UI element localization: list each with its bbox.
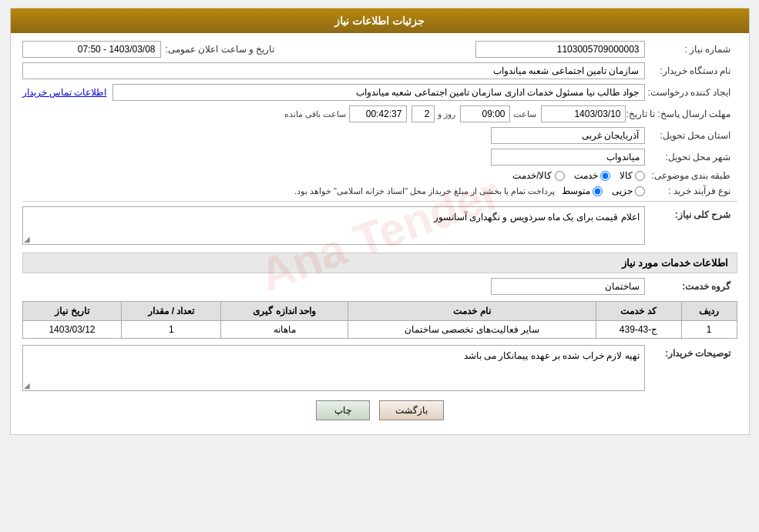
purchase-type-label-jozi: جزیی — [612, 186, 633, 196]
col-service-name: نام خدمت — [348, 302, 596, 321]
purchase-type-label-mottavaset: متوسط — [562, 186, 590, 196]
reply-date-value: 1403/03/10 — [541, 105, 626, 122]
province-label: استان محل تحویل: — [645, 130, 737, 141]
back-button[interactable]: بازگشت — [379, 400, 444, 420]
category-radio-kala[interactable] — [635, 171, 645, 181]
need-number-label: شماره نیاز : — [645, 44, 737, 55]
need-number-value: 1103005709000003 — [475, 41, 645, 58]
province-value: آذربایجان غربی — [491, 127, 645, 144]
reply-deadline-row: مهلت ارسال پاسخ: تا تاریخ: 1403/03/10 سا… — [22, 105, 737, 122]
table-row: 1 ج-43-439 سایر فعالیت‌های تخصصی ساختمان… — [22, 321, 737, 339]
table-header-row: ردیف کد خدمت نام خدمت واحد اندازه گیری ت… — [22, 302, 737, 321]
purchase-type-radio-mottavaset[interactable] — [593, 186, 603, 196]
cell-row-num: 1 — [681, 321, 737, 339]
buyer-desc-label: توصیحات خریدار: — [645, 345, 737, 359]
purchase-type-note: پرداخت تمام یا بخشی از مبلغ خریداز محل "… — [22, 186, 556, 196]
buyer-desc-row: توصیحات خریدار: تهیه لازم خراب شده بر عه… — [22, 345, 737, 391]
main-container: جزئیات اطلاعات نیاز Ana Tender شماره نیا… — [10, 8, 750, 435]
buyer-desc-arrow-icon: ◢ — [24, 381, 30, 390]
reply-days-label: روز و — [438, 109, 455, 119]
purchase-type-row: نوع فرآیند خرید : جزیی متوسط پرداخت تمام… — [22, 186, 737, 196]
buyer-org-row: نام دستگاه خریدار: سازمان تامین اجتماعی … — [22, 62, 737, 79]
contact-link[interactable]: اطلاعات تماس خریدار — [22, 87, 107, 98]
remaining-value: 00:42:37 — [349, 105, 407, 122]
province-row: استان محل تحویل: آذربایجان غربی — [22, 127, 737, 144]
cell-service-code: ج-43-439 — [596, 321, 681, 339]
purchase-type-radio-jozi[interactable] — [635, 186, 645, 196]
cell-quantity: 1 — [122, 321, 221, 339]
print-button[interactable]: چاپ — [316, 400, 370, 420]
service-info-title: اطلاعات خدمات مورد نیاز — [22, 253, 737, 273]
category-row: طبقه بندی موضوعی: کالا خدمت کالا/خدمت — [22, 170, 737, 181]
category-radio-kala-khedmat[interactable] — [555, 171, 565, 181]
buyer-org-label: نام دستگاه خریدار: — [645, 65, 737, 76]
city-label: شهر محل تحویل: — [645, 152, 737, 162]
service-group-label: گروه خدمت: — [645, 281, 737, 292]
col-service-code: کد خدمت — [596, 302, 681, 321]
service-group-value: ساختمان — [491, 278, 645, 295]
need-number-row: شماره نیاز : 1103005709000003 تاریخ و سا… — [22, 41, 737, 58]
buyer-org-value: سازمان تامین اجتماعی شعبه میاندواب — [22, 62, 645, 79]
category-option-kala: کالا — [620, 170, 645, 181]
general-desc-container: اعلام قیمت برای یک ماه سرذویس و نگهداری … — [22, 206, 645, 245]
col-quantity: تعداد / مقدار — [122, 302, 221, 321]
reply-time-value: 09:00 — [460, 105, 510, 122]
buttons-row: بازگشت چاپ — [22, 400, 737, 420]
category-radio-group: کالا خدمت کالا/خدمت — [512, 170, 644, 181]
announce-date-label: تاریخ و ساعت اعلان عمومی: — [161, 44, 281, 55]
cell-date: 1403/03/12 — [22, 321, 122, 339]
service-table: ردیف کد خدمت نام خدمت واحد اندازه گیری ت… — [22, 301, 737, 339]
general-desc-row: شرح کلی نیاز: اعلام قیمت برای یک ماه سرذ… — [22, 206, 737, 245]
creator-row: ایجاد کننده درخواست: جواد طالب نیا مسئول… — [22, 84, 737, 101]
creator-value: جواد طالب نیا مسئول خدمات اداری سازمان ت… — [113, 84, 644, 101]
col-date: تاریخ نیاز — [22, 302, 122, 321]
category-option-kala-khedmat: کالا/خدمت — [512, 170, 564, 181]
city-value: میاندواب — [491, 149, 645, 166]
reply-deadline-label: مهلت ارسال پاسخ: تا تاریخ: — [626, 109, 737, 119]
creator-label: ایجاد کننده درخواست: — [645, 87, 737, 98]
buyer-desc-container: تهیه لازم خراب شده بر عهده پیمانکار می ب… — [22, 345, 645, 391]
col-unit: واحد اندازه گیری — [221, 302, 348, 321]
divider-1 — [22, 201, 737, 202]
category-label-kala-khedmat: کالا/خدمت — [512, 170, 552, 181]
service-group-row: گروه خدمت: ساختمان — [22, 278, 737, 295]
city-row: شهر محل تحویل: میاندواب — [22, 149, 737, 166]
purchase-type-label: نوع فرآیند خرید : — [645, 186, 737, 196]
cell-unit: ماهانه — [221, 321, 348, 339]
category-option-khedmat: خدمت — [574, 170, 610, 181]
service-table-section: ردیف کد خدمت نام خدمت واحد اندازه گیری ت… — [22, 301, 737, 339]
desc-arrow-icon: ◢ — [24, 235, 30, 243]
general-desc-value: اعلام قیمت برای یک ماه سرذویس و نگهداری … — [22, 206, 645, 245]
buyer-desc-value: تهیه لازم خراب شده بر عهده پیمانکار می ب… — [22, 345, 645, 391]
col-row-num: ردیف — [681, 302, 737, 321]
general-desc-label: شرح کلی نیاز: — [645, 206, 737, 220]
category-label-kala: کالا — [620, 170, 633, 181]
cell-service-name: سایر فعالیت‌های تخصصی ساختمان — [348, 321, 596, 339]
category-label: طبقه بندی موضوعی: — [645, 170, 737, 181]
page-header: جزئیات اطلاعات نیاز — [11, 8, 749, 33]
category-label-khedmat: خدمت — [574, 170, 598, 181]
category-radio-khedmat[interactable] — [600, 171, 610, 181]
page-title: جزئیات اطلاعات نیاز — [334, 15, 425, 27]
announce-date-value: 1403/03/08 - 07:50 — [22, 41, 161, 58]
content-area: Ana Tender شماره نیاز : 1103005709000003… — [11, 33, 749, 434]
reply-days-value: 2 — [411, 105, 435, 122]
purchase-type-mottavaset: متوسط — [562, 186, 603, 196]
remaining-label: ساعت باقی مانده — [284, 109, 346, 119]
purchase-type-radio-group: جزیی متوسط — [562, 186, 645, 196]
reply-time-label: ساعت — [513, 109, 536, 119]
purchase-type-jozi: جزیی — [612, 186, 645, 196]
